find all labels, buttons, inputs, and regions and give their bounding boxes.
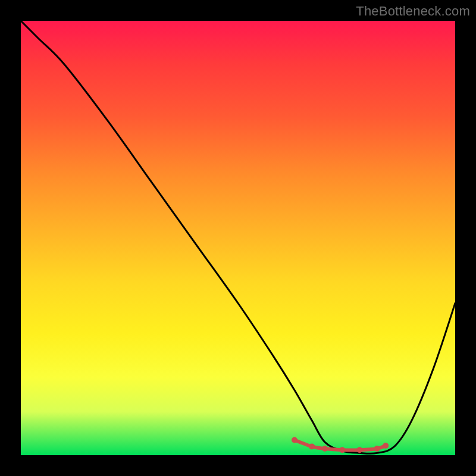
marker-dot (383, 443, 389, 449)
plot-area (21, 21, 455, 455)
marker-dot (292, 437, 298, 443)
marker-dot (339, 447, 345, 453)
marker-dot (322, 446, 328, 452)
marker-region (292, 437, 389, 453)
curve-svg (21, 21, 455, 455)
watermark-text: TheBottleneck.com (356, 4, 470, 19)
marker-dot (356, 447, 362, 453)
marker-dot (374, 446, 380, 452)
marker-dot (309, 443, 315, 449)
bottleneck-curve (21, 21, 455, 453)
chart-frame: TheBottleneck.com (0, 0, 476, 476)
